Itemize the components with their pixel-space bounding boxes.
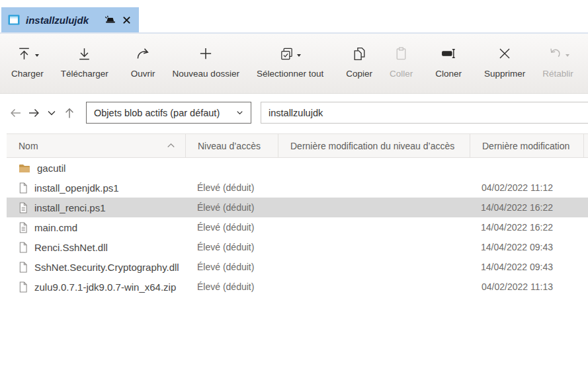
toolbar: Charger Télécharger Ouvrir [0, 34, 588, 94]
tab-bar: installzulujdk [0, 0, 588, 34]
arrow-left-icon [8, 105, 24, 121]
table-row[interactable]: Renci.SshNet.dll Élevé (déduit) 14/04/20… [7, 237, 588, 257]
back-button[interactable] [7, 104, 24, 122]
select-all-button[interactable]: Sélectionner tout [248, 34, 332, 93]
delete-button[interactable]: Supprimer [476, 34, 534, 93]
folder-icon [19, 163, 30, 173]
blob-view-selector-value: Objets blob actifs (par défaut) [94, 108, 220, 118]
navigation-bar: Objets blob actifs (par défaut) [0, 94, 588, 131]
table-row[interactable]: main.cmd Élevé (déduit) 14/04/2022 16:22 [7, 217, 588, 237]
arrow-up-icon [62, 105, 77, 121]
copy-icon [351, 46, 368, 65]
file-text-icon [19, 222, 28, 233]
column-header-name[interactable]: Nom [7, 134, 185, 157]
close-tab-icon[interactable] [122, 16, 131, 24]
chevron-down-icon [235, 108, 245, 118]
column-header-access-modified[interactable]: Dernière modification du niveau d’accès [278, 134, 470, 157]
select-all-icon [279, 46, 294, 64]
chevron-down-icon [35, 54, 39, 57]
blob-view-selector[interactable]: Objets blob actifs (par défaut) [86, 102, 251, 124]
file-icon [19, 242, 28, 253]
paste-button[interactable]: Coller [381, 34, 421, 93]
blob-list: Nom Niveau d’accès Dernière modification… [7, 133, 588, 297]
column-header-spacer [583, 134, 588, 157]
undo-button[interactable]: Rétablir [534, 34, 582, 93]
pin-tab-icon[interactable] [103, 15, 116, 25]
delete-icon [496, 45, 513, 65]
undo-icon [547, 46, 563, 64]
table-row-selected[interactable]: install_renci.ps1 Élevé (déduit) 14/04/2… [7, 198, 588, 217]
history-dropdown-button[interactable] [42, 104, 60, 122]
column-header-access[interactable]: Niveau d’accès [185, 134, 278, 157]
table-row[interactable]: gacutil [7, 158, 588, 178]
tab-installzulujdk[interactable]: installzulujdk [1, 7, 139, 32]
path-input[interactable] [261, 102, 588, 124]
file-text-icon [19, 202, 28, 213]
up-level-button[interactable] [60, 104, 78, 122]
new-folder-button[interactable]: Nouveau dossier [164, 34, 248, 93]
column-header-modified[interactable]: Dernière modification [470, 134, 583, 157]
table-row[interactable]: SshNet.Security.Cryptography.dll Élevé (… [7, 257, 588, 277]
table-header: Nom Niveau d’accès Dernière modification… [7, 133, 588, 158]
tab-title: installzulujdk [26, 15, 89, 26]
table-row[interactable]: install_openjdk.ps1 Élevé (déduit) 04/02… [7, 178, 588, 198]
paste-icon [393, 46, 409, 65]
upload-icon [16, 46, 32, 65]
clone-button[interactable]: Cloner [427, 34, 470, 93]
file-icon [19, 281, 28, 293]
upload-button[interactable]: Charger [3, 34, 52, 93]
copy-button[interactable]: Copier [337, 34, 381, 93]
sort-ascending-icon [165, 139, 177, 152]
download-icon [76, 46, 93, 65]
table-row[interactable]: zulu9.0.7.1-jdk9.0.7-win_x64.zip Élevé (… [7, 277, 588, 297]
clone-icon [440, 45, 457, 65]
chevron-down-icon [566, 54, 569, 57]
blob-container-icon [8, 15, 20, 25]
arrow-right-icon [26, 105, 42, 121]
file-icon [19, 182, 28, 194]
new-folder-icon [197, 45, 214, 65]
chevron-down-icon [45, 106, 58, 120]
table-body: gacutil install_openjdk.ps1 Élevé (dédui… [7, 158, 588, 297]
download-button[interactable]: Télécharger [52, 34, 117, 93]
file-icon [19, 262, 28, 273]
open-button[interactable]: Ouvrir [122, 34, 164, 93]
open-icon [134, 45, 151, 65]
chevron-down-icon [297, 54, 301, 57]
forward-button[interactable] [24, 104, 42, 122]
